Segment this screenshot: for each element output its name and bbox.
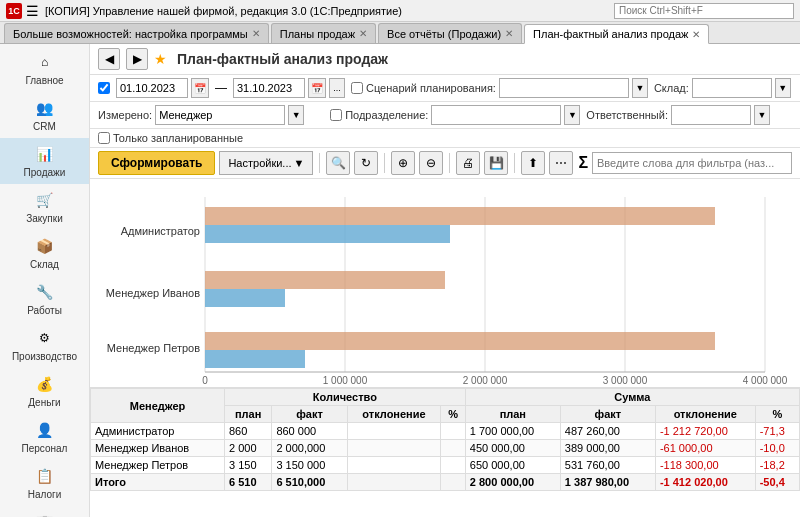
sidebar-item-work[interactable]: 🔧 Работы <box>0 276 89 322</box>
search-toolbar-button[interactable]: 🔍 <box>326 151 350 175</box>
refresh-toolbar-button[interactable]: ↻ <box>354 151 378 175</box>
table-cell: Менеджер Петров <box>91 457 225 474</box>
podrazdelenie-item: Подразделение: ▼ <box>330 105 580 125</box>
purchase-icon: 🛒 <box>34 189 56 211</box>
sklad-item: Склад: ▼ <box>654 78 791 98</box>
zoom-in-button[interactable]: ⊕ <box>391 151 415 175</box>
sidebar-item-production[interactable]: ⚙ Производство <box>0 322 89 368</box>
sales-icon: 📊 <box>34 143 56 165</box>
table-cell: -1 412 020,00 <box>655 474 755 491</box>
settings-dropdown-arrow: ▼ <box>294 157 305 169</box>
tab-1-close[interactable]: ✕ <box>359 28 367 39</box>
filter-text-input[interactable] <box>592 152 792 174</box>
tab-3-close[interactable]: ✕ <box>692 29 700 40</box>
col-sum-otkl: отклонение <box>655 406 755 423</box>
date-from-calendar-button[interactable]: 📅 <box>191 78 209 98</box>
table-cell: 650 000,00 <box>465 457 560 474</box>
date-enabled-checkbox[interactable] <box>98 82 110 94</box>
only-planned-checkbox[interactable] <box>98 132 110 144</box>
settings-button[interactable]: Настройки... ▼ <box>219 151 313 175</box>
tab-1-label: Планы продаж <box>280 28 355 40</box>
window-title: [КОПИЯ] Управление нашей фирмой, редакци… <box>45 5 614 17</box>
favorite-icon[interactable]: ★ <box>154 51 167 67</box>
svg-text:Менеджер Петров: Менеджер Петров <box>107 342 200 354</box>
col-manager-header: Менеджер <box>91 389 225 423</box>
sidebar-item-crm[interactable]: 👥 CRM <box>0 92 89 138</box>
sidebar-label-purchase: Закупки <box>26 213 62 225</box>
izmereno-label: Измерено: <box>98 109 152 121</box>
table-cell <box>347 440 441 457</box>
tab-0[interactable]: Больше возможностей: настройка программы… <box>4 23 269 43</box>
podrazdelenie-checkbox[interactable] <box>330 109 342 121</box>
scenario-checkbox[interactable] <box>351 82 363 94</box>
scenario-dropdown-button[interactable]: ▼ <box>632 78 648 98</box>
more-button[interactable]: ⋯ <box>549 151 573 175</box>
table-cell: -50,4 <box>755 474 799 491</box>
tab-2-close[interactable]: ✕ <box>505 28 513 39</box>
bar-ivanov-fact <box>205 289 285 307</box>
date-range-dropdown-button[interactable]: ... <box>329 78 345 98</box>
table-row: Менеджер Петров3 1503 150 000650 000,005… <box>91 457 800 474</box>
sidebar-item-warehouse[interactable]: 📦 Склад <box>0 230 89 276</box>
table-cell: -18,2 <box>755 457 799 474</box>
table-cell: -71,3 <box>755 423 799 440</box>
table-cell: 1 387 980,00 <box>560 474 655 491</box>
table-row: Администратор860860 0001 700 000,00487 2… <box>91 423 800 440</box>
sidebar-label-sales: Продажи <box>24 167 66 179</box>
table-cell: -61 000,00 <box>655 440 755 457</box>
otvetstvennyj-dropdown-button[interactable]: ▼ <box>754 105 770 125</box>
tab-3[interactable]: План-фактный анализ продаж ✕ <box>524 24 709 44</box>
svg-text:2 000 000: 2 000 000 <box>463 375 508 386</box>
table-area: Менеджер Количество Сумма план факт откл… <box>90 387 800 517</box>
table-cell: Итого <box>91 474 225 491</box>
tab-0-close[interactable]: ✕ <box>252 28 260 39</box>
only-planned-item: Только запланированные <box>98 132 243 144</box>
bar-petrov-plan <box>205 332 715 350</box>
global-search-input[interactable] <box>614 3 794 19</box>
table-row: Менеджер Иванов2 0002 000,000450 000,003… <box>91 440 800 457</box>
sidebar-item-company[interactable]: 🏢 Компания <box>0 506 89 517</box>
svg-text:Администратор: Администратор <box>121 225 200 237</box>
scenario-input[interactable] <box>499 78 629 98</box>
sklad-dropdown-button[interactable]: ▼ <box>775 78 791 98</box>
izmereno-input[interactable] <box>155 105 285 125</box>
scenario-label: Сценарий планирования: <box>366 82 496 94</box>
table-cell: 487 260,00 <box>560 423 655 440</box>
title-bar: 1С ☰ [КОПИЯ] Управление нашей фирмой, ре… <box>0 0 800 22</box>
date-from-input[interactable] <box>116 78 188 98</box>
title-bar-icons: 1С ☰ <box>6 3 39 19</box>
table-cell <box>441 440 465 457</box>
tab-2[interactable]: Все отчёты (Продажи) ✕ <box>378 23 522 43</box>
sidebar-item-home[interactable]: ⌂ Главное <box>0 46 89 92</box>
podrazdelenie-dropdown-button[interactable]: ▼ <box>564 105 580 125</box>
sidebar-label-hr: Персонал <box>22 443 68 455</box>
back-button[interactable]: ◀ <box>98 48 120 70</box>
izmereno-dropdown-button[interactable]: ▼ <box>288 105 304 125</box>
table-cell: Менеджер Иванов <box>91 440 225 457</box>
date-separator: — <box>215 81 227 95</box>
table-cell: -1 212 720,00 <box>655 423 755 440</box>
toolbar: Сформировать Настройки... ▼ 🔍 ↻ ⊕ ⊖ 🖨 💾 … <box>90 148 800 179</box>
print-button[interactable]: 🖨 <box>456 151 480 175</box>
podrazdelenie-input[interactable] <box>431 105 561 125</box>
zoom-out-button[interactable]: ⊖ <box>419 151 443 175</box>
forward-button[interactable]: ▶ <box>126 48 148 70</box>
sklad-input[interactable] <box>692 78 772 98</box>
date-to-input[interactable] <box>233 78 305 98</box>
sidebar-item-hr[interactable]: 👤 Персонал <box>0 414 89 460</box>
date-to-calendar-button[interactable]: 📅 <box>308 78 326 98</box>
menu-icon[interactable]: ☰ <box>26 3 39 19</box>
tab-bar: Больше возможностей: настройка программы… <box>0 22 800 44</box>
money-icon: 💰 <box>34 373 56 395</box>
save-button[interactable]: 💾 <box>484 151 508 175</box>
sidebar-item-sales[interactable]: 📊 Продажи <box>0 138 89 184</box>
tab-1[interactable]: Планы продаж ✕ <box>271 23 376 43</box>
export-button[interactable]: ⬆ <box>521 151 545 175</box>
sidebar-item-tax[interactable]: 📋 Налоги <box>0 460 89 506</box>
otvetstvennyj-input[interactable] <box>671 105 751 125</box>
generate-button[interactable]: Сформировать <box>98 151 215 175</box>
svg-text:4 000 000: 4 000 000 <box>743 375 788 386</box>
table-cell: 450 000,00 <box>465 440 560 457</box>
sidebar-item-money[interactable]: 💰 Деньги <box>0 368 89 414</box>
sidebar-item-purchase[interactable]: 🛒 Закупки <box>0 184 89 230</box>
